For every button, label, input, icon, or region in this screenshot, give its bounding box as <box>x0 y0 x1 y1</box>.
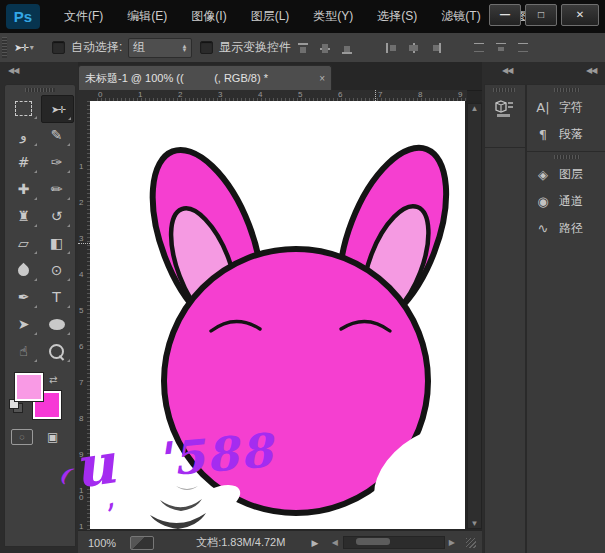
zoom-level[interactable]: 100% <box>88 537 116 549</box>
tool-move[interactable]: ➤✛ <box>41 95 74 123</box>
ruler-cursor-marker-v <box>78 243 90 245</box>
document-tab[interactable]: 未标题-1 @ 100% (( (, RGB/8) * × <box>78 65 332 91</box>
menu-4[interactable]: 图层(L) <box>239 8 302 25</box>
vruler-number: 7 <box>79 379 86 386</box>
align-bottom-edges-button[interactable] <box>340 41 354 55</box>
hruler-number: 3 <box>218 90 222 99</box>
screen-mode-button[interactable]: ▣ <box>47 427 58 445</box>
tool-blur[interactable] <box>8 257 39 283</box>
panel-icon: A| <box>535 100 551 115</box>
menu-6[interactable]: 选择(S) <box>365 8 429 25</box>
tool-path-selection[interactable]: ➤ <box>8 311 39 337</box>
menu-3[interactable]: 图像(I) <box>179 8 238 25</box>
tab-close-icon[interactable]: × <box>319 73 325 84</box>
panel-button-段落[interactable]: ¶段落 <box>527 121 605 148</box>
swap-colors-icon[interactable]: ⇄ <box>49 369 57 387</box>
tool-hand[interactable]: ☝ <box>8 338 39 364</box>
horizontal-scrollbar[interactable] <box>343 536 445 549</box>
quick-mask-button[interactable]: ◌ <box>11 429 33 445</box>
show-transform-checkbox[interactable] <box>200 41 213 54</box>
collapse-strip-icon[interactable]: ◀◀ <box>502 66 512 75</box>
hruler-number: 7 <box>378 90 382 99</box>
vruler-number: 9 <box>79 451 86 458</box>
distribute-vertical-centers-button[interactable] <box>494 41 508 55</box>
document-canvas[interactable] <box>90 101 465 529</box>
divider <box>527 151 605 152</box>
scroll-down-icon[interactable]: ▼ <box>468 519 481 528</box>
scroll-left-icon[interactable]: ◀ <box>328 538 341 547</box>
auto-select-checkbox[interactable] <box>52 41 65 54</box>
tool-ellipse-shape[interactable] <box>41 311 72 337</box>
chevron-down-icon: ▾ <box>30 43 34 52</box>
panel-icon: ¶ <box>535 127 551 142</box>
hruler-number: 4 <box>258 90 262 99</box>
status-menu-arrow[interactable]: ▶ <box>311 538 318 548</box>
strip-grip[interactable] <box>493 88 515 92</box>
3d-panel-icon[interactable] <box>493 97 515 123</box>
collapse-panels-icon[interactable]: ◀◀ <box>586 66 596 75</box>
scrollbar-thumb[interactable] <box>356 538 390 545</box>
tool-crop[interactable]: # <box>8 149 39 175</box>
scroll-up-icon[interactable]: ▲ <box>468 104 481 113</box>
menu-1[interactable]: 文件(F) <box>52 8 115 25</box>
panel-icon: ◉ <box>535 194 551 209</box>
move-tool-preset[interactable]: ➤✛ ▾ <box>14 33 34 62</box>
panel-button-字符[interactable]: A|字符 <box>527 94 605 121</box>
tool-lasso[interactable]: و <box>8 122 39 148</box>
photoshop-window: Ps 文件(F)编辑(E)图像(I)图层(L)类型(Y)选择(S)滤镜(T)视图… <box>0 0 605 553</box>
panel-button-图层[interactable]: ◈图层 <box>527 161 605 188</box>
vertical-scrollbar[interactable]: ▲ ▼ <box>467 103 482 529</box>
tool-history-brush[interactable]: ↺ <box>41 203 72 229</box>
vruler-number: 6 <box>79 343 86 350</box>
panel-grip[interactable] <box>554 88 580 92</box>
menu-2[interactable]: 编辑(E) <box>115 8 179 25</box>
align-top-edges-button[interactable] <box>296 41 310 55</box>
menu-5[interactable]: 类型(Y) <box>301 8 365 25</box>
panel-button-路径[interactable]: ∿路径 <box>527 215 605 242</box>
show-transform-group: 显示变换控件 <box>200 33 291 62</box>
window-controls: — □ ✕ <box>489 4 599 26</box>
tool-rectangular-marquee[interactable] <box>8 95 39 121</box>
tool-dodge[interactable]: ⊙ <box>41 257 72 283</box>
tool-zoom[interactable] <box>41 338 72 364</box>
tool-paint-bucket[interactable]: ◧ <box>41 230 72 256</box>
divider <box>485 147 525 148</box>
foreground-color-swatch[interactable] <box>15 373 43 401</box>
tool-pen[interactable]: ✒ <box>8 284 39 310</box>
options-bar-grip[interactable] <box>2 37 7 58</box>
minimize-button[interactable]: — <box>489 4 521 26</box>
vruler-number: 3 <box>79 235 86 242</box>
tool-panel-grip[interactable] <box>25 88 55 92</box>
panel-icon: ◈ <box>535 167 551 182</box>
auto-select-label: 自动选择: <box>71 39 122 56</box>
panel-grip[interactable] <box>554 155 580 159</box>
panel-button-通道[interactable]: ◉通道 <box>527 188 605 215</box>
tool-type[interactable]: T <box>41 284 72 310</box>
hruler-number: 6 <box>338 90 342 99</box>
tool-brush[interactable]: ✏ <box>41 176 72 202</box>
bunny-drawing <box>90 101 465 529</box>
distribute-bottom-edges-button[interactable] <box>516 41 530 55</box>
menu-7[interactable]: 滤镜(T) <box>429 8 492 25</box>
auto-select-dropdown[interactable]: 组 ▲▼ <box>128 38 192 58</box>
hruler-number: 2 <box>178 90 182 99</box>
align-left-edges-button[interactable] <box>384 41 398 55</box>
align-horizontal-centers-button[interactable] <box>406 41 420 55</box>
tool-quick-selection[interactable]: ✎ <box>41 122 72 148</box>
tool-spot-healing-brush[interactable]: ✚ <box>8 176 39 202</box>
collapse-panel-icon[interactable]: ◀◀ <box>8 66 18 75</box>
align-vertical-centers-button[interactable] <box>318 41 332 55</box>
vruler-number: 4 <box>79 271 86 278</box>
default-colors-icon[interactable] <box>9 399 23 413</box>
resize-grip[interactable] <box>466 538 476 548</box>
tool-eraser[interactable]: ▱ <box>8 230 39 256</box>
vruler-number: 1 <box>79 163 86 170</box>
align-right-edges-button[interactable] <box>428 41 442 55</box>
close-button[interactable]: ✕ <box>561 4 599 26</box>
scroll-right-icon[interactable]: ▶ <box>445 538 458 547</box>
maximize-button[interactable]: □ <box>525 4 557 26</box>
tool-clone-stamp[interactable]: ♜ <box>8 203 39 229</box>
tool-eyedropper[interactable]: ✑ <box>41 149 72 175</box>
distribute-top-edges-button[interactable] <box>472 41 486 55</box>
title-bar: Ps 文件(F)编辑(E)图像(I)图层(L)类型(Y)选择(S)滤镜(T)视图… <box>0 0 605 33</box>
